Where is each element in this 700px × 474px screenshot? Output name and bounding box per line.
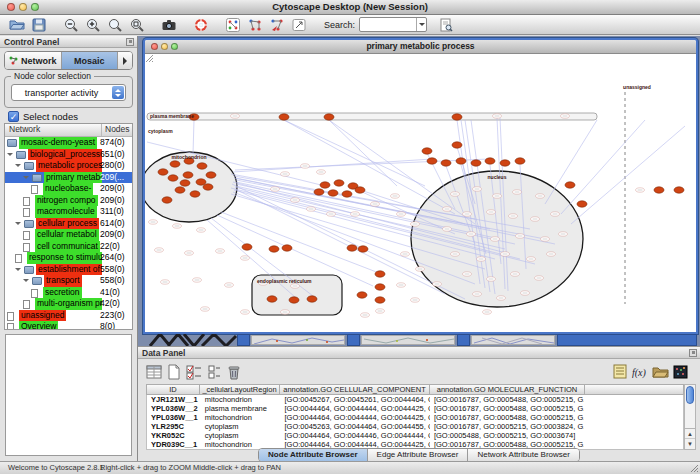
table-row[interactable]: YPL036W__2plasma membrane[GO:0044464, GO… [147,404,683,413]
tab-mosaic[interactable]: Mosaic [62,52,119,69]
app-titlebar[interactable]: Cytoscape Desktop (New Session) [0,0,700,15]
delete-attribute-icon[interactable] [224,362,244,381]
column-header[interactable]: annotation.GO MOLECULAR_FUNCTION [430,384,585,395]
import-attributes-icon[interactable] [650,362,670,381]
tree-row[interactable]: cell communicat22(0) [5,241,132,253]
network-window-titlebar[interactable]: primary metabolic process [145,40,696,54]
zoom-selected-icon[interactable] [128,16,146,34]
network-manager-icon[interactable] [224,16,242,34]
float-panel-icon[interactable] [126,38,134,46]
node-count: 209(0) [100,229,125,241]
node-count: 8(0) [100,321,115,330]
dropdown-stepper-icon[interactable] [112,86,124,99]
expander-icon[interactable] [7,153,13,159]
show-graphics-details-icon[interactable] [290,16,308,34]
select-attributes-icon[interactable] [184,362,204,381]
network-canvas[interactable]: unassignedplasma membranecytoplasmmitoch… [145,54,696,332]
table-scrollbar[interactable]: ▲ ▼ [684,384,696,450]
search-box[interactable] [359,17,427,32]
help-lifering-icon[interactable] [192,16,210,34]
float-panel-icon[interactable] [689,349,697,357]
expander-icon[interactable] [15,164,21,170]
tree-row[interactable]: response to stimulu264(0) [5,252,132,264]
node-color-dropdown[interactable]: transporter activity [11,84,126,101]
tab-network-label: Network [21,56,57,66]
background-window-titlebar[interactable] [237,334,250,346]
expander-icon[interactable] [15,222,21,228]
unselect-attributes-icon[interactable] [204,362,224,381]
expander-icon[interactable] [23,279,29,285]
column-header[interactable] [585,384,684,395]
data-panel-toolbar-right: f(x) [610,360,690,383]
tree-row[interactable]: nitrogen compo209(0) [5,195,132,207]
open-network-icon[interactable] [8,16,26,34]
background-window-thumb[interactable] [361,335,455,345]
tree-row[interactable]: Overview8(0) [5,321,132,330]
snapshot-camera-icon[interactable] [160,16,178,34]
browser-tab[interactable]: Network Attribute Browser [468,449,578,461]
network-tree-header[interactable]: Network Nodes [5,124,132,137]
background-window-thumb[interactable] [471,335,555,345]
network-window[interactable]: primary metabolic process unassignedplas… [143,38,698,334]
resize-grip-icon[interactable] [144,53,695,331]
apply-vizmap-icon[interactable] [268,16,286,34]
background-window-titlebar[interactable] [347,334,360,346]
select-nodes-checkbox[interactable]: ✓ [8,111,19,122]
resize-grip-icon[interactable] [689,463,699,473]
tree-row[interactable]: biological_process651(0) [5,149,132,161]
tab-network[interactable]: Network [5,52,62,69]
status-pan-hint: Middle-click + drag to PAN [193,463,281,472]
zoom-fit-icon[interactable] [106,16,124,34]
zoom-out-icon[interactable] [62,16,80,34]
table-row[interactable]: YKR052Ccytoplasm[GO:0044464, GO:0044446,… [147,431,683,440]
expander-icon[interactable] [15,268,21,274]
column-header[interactable]: _cellularLayoutRegion [200,384,280,395]
save-session-icon[interactable] [30,16,48,34]
table-row[interactable]: YPL036W__1mitochondrion[GO:0044464, GO:0… [147,413,683,422]
attribute-matrix-icon[interactable] [670,362,690,381]
tree-col-network[interactable]: Network [5,124,102,136]
tab-overflow-icon[interactable] [118,52,132,69]
attribute-notes-icon[interactable] [610,362,630,381]
tree-row[interactable]: establishment of lo558(0) [5,264,132,276]
new-attribute-icon[interactable] [164,362,184,381]
browser-tab[interactable]: Edge Attribute Browser [368,449,469,461]
tree-row[interactable]: mosaic-demo-yeast874(0) [5,137,132,149]
column-header[interactable]: ID [146,384,200,395]
table-row[interactable]: YLR295Ccytoplasm[GO:0045263, GO:0044464,… [147,422,683,431]
search-options-icon[interactable] [437,16,455,34]
background-window-edge[interactable] [557,334,697,346]
page-icon [7,312,14,321]
tree-row[interactable]: macromolecule311(0) [5,206,132,218]
function-builder-icon[interactable]: f(x) [630,362,650,381]
table-cell: [GO:0044464, GO:0044446, GO:0044444, G..… [281,431,430,440]
table-cell: cytoplasm [201,422,281,431]
background-window-thumb[interactable] [251,335,345,345]
browser-tab[interactable]: Node Attribute Browser [259,449,368,461]
zoom-in-icon[interactable] [84,16,102,34]
tree-row[interactable]: primary metabo209(... [5,172,132,184]
network-name: biological_process [28,149,102,161]
table-cell: [GO:0045263, GO:0044464, GO:0044455, G..… [281,422,430,431]
table-row[interactable]: YJR121W__1mitochondrion[GO:0045267, GO:0… [147,395,683,404]
tree-row[interactable]: multi-organism pro42(0) [5,298,132,310]
network-name: cellular process [36,218,99,230]
tree-col-nodes[interactable]: Nodes [102,124,132,136]
attribute-panel-icon[interactable] [144,362,164,381]
tree-row[interactable]: metabolic process280(0) [5,160,132,172]
column-header[interactable]: annotation.GO CELLULAR_COMPONENT [280,384,430,395]
tree-row[interactable]: cellular process614(0) [5,218,132,230]
node-count: 209(... [100,172,124,184]
birdseye-view[interactable] [5,334,132,456]
tree-row[interactable]: transport558(0) [5,275,132,287]
tree-row[interactable]: unassigned223(0) [5,310,132,322]
search-dropdown-icon[interactable] [416,18,426,31]
background-window-titlebar[interactable] [457,334,470,346]
apply-layout-icon[interactable] [246,16,264,34]
scrollbar-thumb[interactable] [686,386,694,404]
tree-row[interactable]: cellular metabol209(0) [5,229,132,241]
expander-icon[interactable] [23,176,29,182]
tree-row[interactable]: nucleobase-209(0) [5,183,132,195]
tree-row[interactable]: secretion41(0) [5,287,132,299]
search-input[interactable] [360,18,416,31]
